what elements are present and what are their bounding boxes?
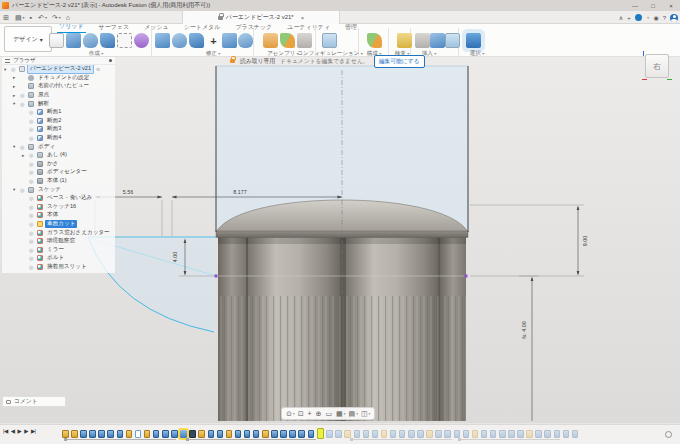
node-label[interactable]: ガラス窓おさえカッター [45,229,112,237]
timeline-feature-icon[interactable] [180,430,187,438]
playback-control-icon[interactable]: ◀ [11,428,15,434]
timeline-feature-icon[interactable] [354,430,361,438]
timeline-feature-icon[interactable] [454,430,461,438]
node-label[interactable]: スケッチ [36,186,63,194]
visibility-eye-icon[interactable]: ◎ [29,195,35,201]
browser-tree-row[interactable]: ◎ ベース・食い込み [2,194,115,203]
browser-tree-row[interactable]: ▾ ◎ 解析 [2,99,115,108]
visibility-eye-icon[interactable]: ◎ [29,247,35,253]
visibility-eye-icon[interactable]: ◎ [29,135,35,141]
timeline-feature-icon[interactable] [572,430,579,438]
timeline-feature-icon[interactable] [308,430,315,438]
ribbon-tool-icon[interactable] [189,33,204,48]
node-label[interactable]: ベース・食い込み [45,194,94,202]
timeline-feature-icon[interactable] [71,430,78,438]
node-label[interactable]: 断面4 [45,134,63,142]
ribbon-tool-icon[interactable] [297,33,312,48]
timeline-feature-icon[interactable] [472,430,479,438]
browser-tree-row[interactable]: ◎ 本体 [2,211,115,220]
node-label[interactable]: 断面1 [45,108,63,116]
appbar-right-icon[interactable]: ◉ [653,14,658,21]
timeline-feature-icon[interactable] [217,430,224,438]
navbar-icon[interactable]: ▤▾ [349,410,358,418]
panel-handle-icon[interactable] [109,59,112,62]
ribbon-tool-icon[interactable]: + [206,33,221,48]
timeline-settings-gear-icon[interactable] [665,431,672,438]
node-label[interactable]: スケッチ16 [45,203,78,211]
timeline-feature-icon[interactable] [253,430,260,438]
playback-control-icon[interactable]: |◀ [3,428,8,434]
timeline-feature-icon[interactable] [262,430,269,438]
ribbon-tool-icon[interactable] [367,33,382,48]
browser-tree-row[interactable]: ◎ 断面2 [2,117,115,126]
timeline-feature-icon[interactable] [244,430,251,438]
timeline-feature-icon[interactable] [198,430,205,438]
caret-icon[interactable]: ▸ [22,153,27,158]
window-control-button[interactable]: × [662,0,680,11]
visibility-eye-icon[interactable]: ◎ [20,187,26,193]
timeline-feature-icon[interactable] [80,430,87,438]
browser-tree-row[interactable]: ◎ 断面4 [2,134,115,143]
timeline-feature-icon[interactable] [289,430,296,438]
ribbon-tool-icon[interactable] [222,33,237,48]
visibility-eye-icon[interactable]: ◎ [29,126,35,132]
timeline-feature-icon[interactable] [117,430,124,438]
window-control-button[interactable]: □ [644,0,662,11]
timeline-feature-icon[interactable] [408,430,415,438]
timeline-feature-icon[interactable] [508,430,515,438]
visibility-eye-icon[interactable]: ◎ [29,109,35,115]
ribbon-tool-icon[interactable] [263,33,278,48]
visibility-eye-icon[interactable]: ◎ [29,169,35,175]
ribbon-tool-icon[interactable] [117,33,132,48]
toolbar-icon[interactable]: ▤▾ [15,14,25,22]
browser-tree-row[interactable]: ▸ ◎ 原点 [2,91,115,100]
ribbon-tool-icon[interactable] [238,33,253,48]
playback-control-icon[interactable]: ▶ [17,428,21,434]
appbar-right-icon[interactable]: ∧ [619,14,623,21]
ribbon-tool-icon[interactable] [172,33,187,48]
timeline-feature-icon[interactable] [526,430,533,438]
timeline-feature-icon[interactable] [107,430,114,438]
toolbar-icon[interactable]: ⊞ [3,14,10,22]
ribbon-tool-icon[interactable] [415,33,430,48]
browser-tree-row[interactable]: ▾ ◎ スケッチ [2,185,115,194]
node-label[interactable]: 断面2 [45,117,63,125]
appbar-right-icon[interactable]: + [627,15,631,21]
visibility-eye-icon[interactable]: ◎ [20,92,26,98]
node-label[interactable]: ボルト [45,254,66,262]
caret-icon[interactable]: ▸ [13,75,18,80]
browser-tree-row[interactable]: ▸ ドキュメントの設定 [2,74,115,83]
timeline-feature-icon[interactable] [490,430,497,438]
timeline-feature-icon[interactable] [98,430,105,438]
browser-tree-row[interactable]: ◎ ミラー [2,245,115,254]
timeline-feature-icon[interactable] [481,430,488,438]
timeline-feature-icon[interactable] [517,430,524,438]
timeline-feature-icon[interactable] [271,430,278,438]
node-label[interactable]: 名前の付いたビュー [36,82,91,90]
visibility-eye-icon[interactable]: ◎ [29,118,35,124]
ribbon-tool-icon[interactable] [100,33,115,48]
node-label[interactable]: 接着用スリット [45,263,89,271]
timeline-feature-icon[interactable] [226,430,233,438]
visibility-eye-icon[interactable]: ◎ [29,238,35,244]
navbar-icon[interactable]: ⊕ [316,410,323,418]
ribbon-tool-icon[interactable] [322,33,337,48]
comments-bar[interactable]: コメント [2,396,66,407]
browser-tree-row[interactable]: ◎ ボルト [2,254,115,263]
toolbar-icon[interactable]: ▪ [30,14,33,21]
visibility-eye-icon[interactable]: ◎ [11,66,17,72]
ribbon-tool-icon[interactable] [466,33,481,48]
appbar-right-icon[interactable]: ? [663,15,666,21]
navbar-icon[interactable]: ▭ [325,410,333,418]
toolbar-icon[interactable]: ⌂ [66,14,71,21]
node-label[interactable]: 解析 [36,100,51,108]
browser-tree-row[interactable]: ◎ ボディセンター [2,168,115,177]
visibility-eye-icon[interactable]: ◎ [29,221,35,227]
node-label[interactable]: あし (4) [45,151,69,159]
appbar-right-icon[interactable]: ◔ [646,15,650,21]
timeline-feature-icon[interactable] [326,430,333,438]
visibility-eye-icon[interactable]: ◎ [20,144,26,150]
ribbon-tool-icon[interactable] [280,33,295,48]
playback-control-icon[interactable]: ▶| [31,428,36,434]
node-label[interactable]: パーエンドピース-2 v21 [27,65,94,74]
